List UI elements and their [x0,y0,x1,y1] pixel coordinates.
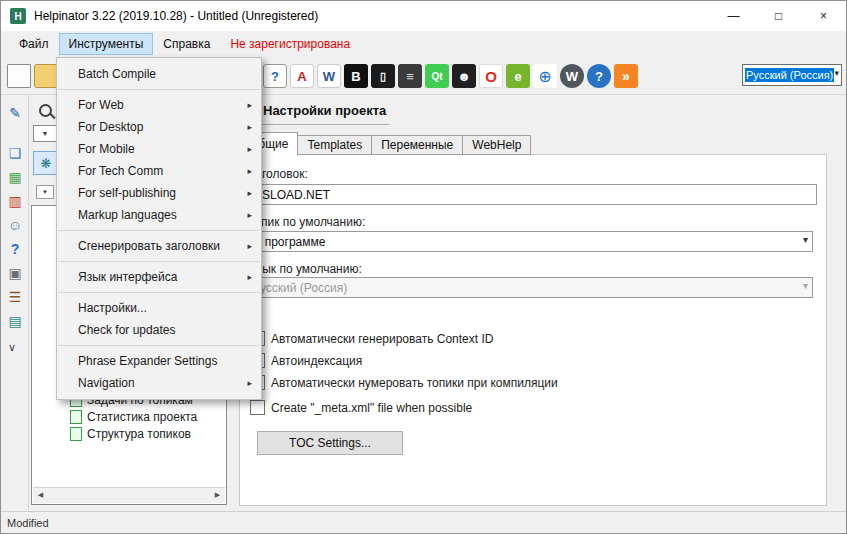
checkbox-label: Автоматически нумеровать топики при комп… [271,376,558,390]
menu-item-markup-languages[interactable]: Markup languages ▸ [57,204,261,226]
side-toolbar: ✎ ❏ ▦ ▥ ☺ ? ▣ ☰ ▤ ∨ [1,95,29,511]
unregistered-label[interactable]: Не зарегистрирована [230,37,350,51]
submenu-arrow-icon: ▸ [247,182,252,204]
checkbox-auto-context-id[interactable]: Автоматически генерировать Context ID [250,331,493,346]
pdf-export-icon[interactable]: A [290,64,314,88]
language-combo-value: Русский (Россия) [745,68,834,82]
submenu-arrow-icon: ▸ [247,116,252,138]
checkbox-auto-number-topics[interactable]: Автоматически нумеровать топики при комп… [250,375,558,390]
search-icon[interactable] [39,104,52,117]
word-export-icon[interactable]: W [317,64,341,88]
print-icon[interactable]: ≡ [398,64,422,88]
ebook-b-export-icon[interactable]: B [344,64,368,88]
toc-settings-button[interactable]: TOC Settings... [257,431,403,455]
title-bar: H Helpinator 3.22 (2019.10.28) - Untitle… [1,1,846,31]
opera-export-icon[interactable]: O [479,64,503,88]
checkbox-auto-index[interactable]: Автоиндексация [250,353,362,368]
help-file-icon[interactable]: ? [263,64,287,88]
submenu-arrow-icon: ▸ [247,160,252,182]
menu-item-for-self-publishing[interactable]: For self-publishing ▸ [57,182,261,204]
tab-bar: Общие Templates Переменные WebHelp [239,133,530,155]
qt-help-export-icon[interactable]: Qt [425,64,449,88]
menu-tools[interactable]: Инструменты [59,33,154,55]
edit-pencil-icon[interactable]: ✎ [4,103,26,123]
panel-collapse-dropdown[interactable]: ▾ [36,185,54,199]
help-circle-icon[interactable]: ? [4,239,26,259]
checkbox-label: Автоиндексация [271,354,362,368]
window-title: Helpinator 3.22 (2019.10.28) - Untitled … [34,9,318,23]
app-icon: H [10,8,26,24]
menu-help[interactable]: Справка [153,33,220,55]
red-book-icon[interactable]: ▥ [4,191,26,211]
submenu-arrow-icon: ▸ [247,138,252,160]
clipboard-icon[interactable]: ▣ [4,263,26,283]
menu-item-label: Язык интерфейса [78,270,177,284]
panel-filter-dropdown[interactable]: ▾ [33,125,57,142]
scroll-left-icon[interactable]: ◀ [33,488,48,502]
people-icon[interactable]: ☺ [4,215,26,235]
notebook-icon[interactable]: ▤ [4,311,26,331]
default-language-label: Язык по умолчанию: [248,262,362,276]
tab-templates[interactable]: Templates [297,135,372,155]
open-folder-icon[interactable] [34,64,58,88]
tree-item-label: Структура топиков [87,427,191,441]
language-combo[interactable]: Русский (Россия) ▾ [742,64,842,86]
submenu-arrow-icon: ▸ [247,204,252,226]
menu-item-label: Настройки... [78,301,147,315]
help-icon[interactable]: ? [587,64,611,88]
tab-webhelp[interactable]: WebHelp [462,135,531,155]
new-document-icon[interactable] [7,64,31,88]
menu-item-batch-compile[interactable]: Batch Compile [57,63,261,85]
tree-item-label: Статистика проекта [87,410,197,424]
menu-file[interactable]: Файл [9,33,59,55]
checkbox-icon[interactable] [250,400,265,415]
tree-item-topic-structure[interactable]: Структура топиков [32,425,191,442]
scroll-right-icon[interactable]: ▶ [210,488,225,502]
default-topic-combo[interactable]: О программе ▾ [247,231,813,252]
close-button[interactable]: × [801,1,846,31]
menu-item-label: Сгенерировать заголовки [78,239,220,253]
tree-item-project-statistics[interactable]: Статистика проекта [32,408,197,425]
menu-item-label: For Web [78,98,124,112]
app-window: H Helpinator 3.22 (2019.10.28) - Untitle… [0,0,847,534]
menu-item-label: Check for updates [78,323,175,337]
menu-item-for-mobile[interactable]: For Mobile ▸ [57,138,261,160]
page-title: Настройки проекта [241,103,389,125]
cascade-windows-icon[interactable]: ❏ [4,143,26,163]
menu-item-interface-language[interactable]: Язык интерфейса ▸ [57,266,261,288]
title-input[interactable] [247,184,817,205]
tab-variables[interactable]: Переменные [371,135,463,155]
menu-separator [58,230,260,231]
mobile-export-icon[interactable]: ▯ [371,64,395,88]
menu-item-for-desktop[interactable]: For Desktop ▸ [57,116,261,138]
epub-export-icon[interactable]: e [506,64,530,88]
checkbox-create-meta-xml[interactable]: Create "_meta.xml" file when possible [250,400,472,415]
rss-icon[interactable]: » [614,64,638,88]
menu-item-navigation[interactable]: Navigation ▸ [57,372,261,394]
chevron-down-icon: ▾ [803,280,808,291]
wordpress-export-icon[interactable]: W [560,64,584,88]
general-tab-panel: Заголовок: Топик по умолчанию: О програм… [239,154,827,506]
menu-item-settings[interactable]: Настройки... [57,297,261,319]
topic-page-icon [70,427,82,441]
status-bar: Modified [1,511,846,533]
menu-item-generate-headings[interactable]: Сгенерировать заголовки ▸ [57,235,261,257]
maximize-button[interactable]: □ [756,1,801,31]
menu-separator [58,261,260,262]
books-icon[interactable]: ☰ [4,287,26,307]
menu-item-for-tech-comm[interactable]: For Tech Comm ▸ [57,160,261,182]
menu-item-label: Phrase Expander Settings [78,354,217,368]
menu-item-for-web[interactable]: For Web ▸ [57,94,261,116]
minimize-button[interactable]: — [711,1,756,31]
menu-item-label: For Tech Comm [78,164,163,178]
tree-horizontal-scrollbar[interactable]: ◀ ▶ [33,487,225,503]
menu-item-check-for-updates[interactable]: Check for updates [57,319,261,341]
dark-app-export-icon[interactable]: ☻ [452,64,476,88]
menu-item-phrase-expander-settings[interactable]: Phrase Expander Settings [57,350,261,372]
default-topic-value: О программе [252,235,325,249]
scroll-down-icon[interactable]: ∨ [8,341,16,354]
topic-page-icon [70,410,82,424]
submenu-arrow-icon: ▸ [247,266,252,288]
image-icon[interactable]: ▦ [4,167,26,187]
web-globe-export-icon[interactable]: ⊕ [533,64,557,88]
